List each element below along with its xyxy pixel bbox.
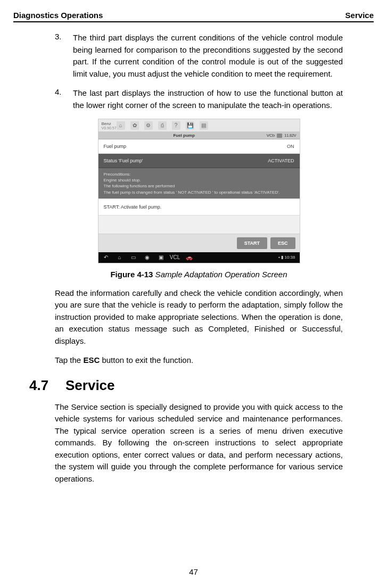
save-icon[interactable]: 💾 — [186, 121, 194, 130]
text-bold-esc: ESC — [83, 355, 100, 365]
list-number: 3. — [55, 32, 73, 80]
preconditions-line: The following functions are performed — [104, 183, 294, 189]
help-icon[interactable]: ? — [172, 121, 180, 130]
header-left: Diagnostics Operations — [13, 11, 103, 20]
row-value: ON — [287, 144, 294, 149]
brand-name: Benz — [102, 121, 111, 126]
row-label: Status 'Fuel pump' — [104, 158, 268, 163]
text-pre: Tap the — [55, 355, 83, 365]
paragraph-read-info: Read the information carefully and check… — [55, 287, 343, 347]
row-value: ACTIVATED — [268, 158, 294, 163]
titlebar-right: VCb 11.82V — [267, 133, 297, 138]
topbar-icons: ⌂ ✿ ⚙ ⎙ ? 💾 ▤ — [117, 121, 208, 130]
figure-title: Sample Adaptation Operation Screen — [153, 270, 287, 279]
blank-area — [98, 216, 300, 234]
instruction-row: START: Activate fuel pump. — [98, 198, 300, 216]
nav-icons: ↶ ⌂ ▭ ◉ ▣ VCL 🚗 — [103, 254, 279, 261]
brand-version: V0.90.57 — [102, 126, 117, 130]
section-title: Service — [65, 377, 115, 394]
home-icon[interactable]: ⌂ — [117, 121, 125, 130]
back-icon[interactable]: ↶ — [103, 254, 109, 261]
preconditions-line: Engine should stop. — [104, 177, 294, 183]
app-footer: START ESC — [98, 234, 300, 252]
gear-icon[interactable]: ⚙ — [144, 121, 153, 130]
esc-button[interactable]: ESC — [270, 237, 295, 249]
vci-icon — [277, 134, 282, 138]
car-icon[interactable]: 🚗 — [186, 254, 192, 261]
preconditions-title: Preconditions: — [104, 171, 294, 177]
screenshot-container: Benz V0.90.57 ⌂ ✿ ⚙ ⎙ ? 💾 ▤ Fuel pump VC… — [55, 119, 343, 263]
section-number: 4.7 — [29, 377, 65, 394]
page-header: Diagnostics Operations Service — [13, 11, 374, 22]
nav-home-icon[interactable]: ⌂ — [117, 254, 123, 261]
paragraph-service: The Service section is specially designe… — [55, 401, 343, 485]
list-number: 4. — [55, 87, 73, 111]
list-item-3: 3. The third part displays the current c… — [55, 32, 343, 80]
vcl-text[interactable]: VCL — [172, 254, 178, 261]
figure-caption: Figure 4-13 Sample Adaptation Operation … — [55, 270, 343, 279]
list-text: The last part displays the instruction o… — [73, 87, 343, 111]
app-topbar: Benz V0.90.57 ⌂ ✿ ⚙ ⎙ ? 💾 ▤ — [98, 119, 300, 132]
app-titlebar: Fuel pump VCb 11.82V — [98, 132, 300, 139]
titlebar-center: Fuel pump — [102, 133, 267, 138]
preconditions-line: The fuel pump is changed from status ' N… — [104, 189, 294, 195]
paragraph-tap-esc: Tap the ESC button to exit the function. — [55, 354, 343, 367]
vci-label: VCb — [267, 133, 275, 138]
header-right: Service — [345, 11, 374, 20]
row-label: Fuel pump — [104, 144, 287, 149]
data-row-fuel-pump: Fuel pump ON — [98, 139, 300, 154]
app-screenshot: Benz V0.90.57 ⌂ ✿ ⚙ ⎙ ? 💾 ▤ Fuel pump VC… — [98, 119, 300, 263]
list-text: The third part displays the current cond… — [73, 32, 343, 80]
page-number: 47 — [0, 567, 387, 576]
preconditions-block: Preconditions: Engine should stop. The f… — [98, 168, 300, 198]
recent-icon[interactable]: ▭ — [130, 254, 137, 261]
section-heading: 4.7 Service — [29, 377, 343, 394]
data-icon[interactable]: ▤ — [200, 121, 208, 130]
brand-block: Benz V0.90.57 — [102, 121, 117, 130]
data-row-status: Status 'Fuel pump' ACTIVATED — [98, 154, 300, 168]
start-button[interactable]: START — [237, 237, 267, 249]
content-area: 3. The third part displays the current c… — [13, 32, 374, 485]
list-item-4: 4. The last part displays the instructio… — [55, 87, 343, 111]
text-post: button to exit the function. — [100, 355, 193, 365]
tool-icon[interactable]: ✿ — [130, 121, 139, 130]
camera-icon[interactable]: ◉ — [144, 254, 151, 261]
clock: ▪ ▮ 10:38 — [278, 255, 295, 260]
android-navbar: ↶ ⌂ ▭ ◉ ▣ VCL 🚗 ▪ ▮ 10:38 — [98, 252, 300, 263]
print-icon[interactable]: ⎙ — [158, 121, 167, 130]
figure-number: Figure 4-13 — [110, 270, 153, 279]
app-icon[interactable]: ▣ — [158, 254, 164, 261]
battery-value: 11.82V — [284, 134, 296, 137]
